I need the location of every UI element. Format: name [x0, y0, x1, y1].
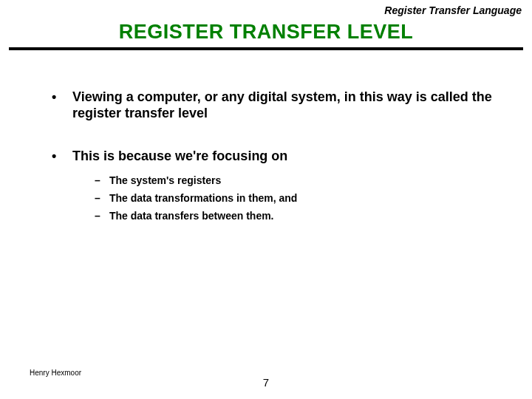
slide-title: REGISTER TRANSFER LEVEL: [0, 21, 532, 44]
bullet-item: • Viewing a computer, or any digital sys…: [52, 89, 502, 121]
sub-bullet-text: The data transfers between them.: [109, 208, 274, 223]
sub-bullet-item: – The data transfers between them.: [95, 208, 502, 223]
slide: Register Transfer Language REGISTER TRAN…: [0, 0, 532, 399]
sub-bullet-item: – The system's registers: [95, 173, 502, 188]
sub-bullet-marker: –: [95, 173, 109, 188]
title-underline: [9, 47, 523, 50]
bullet-marker: •: [52, 89, 72, 121]
slide-body: • Viewing a computer, or any digital sys…: [52, 89, 502, 226]
bullet-item: • This is because we're focusing on: [52, 148, 502, 164]
sub-bullet-item: – The data transformations in them, and: [95, 191, 502, 205]
bullet-marker: •: [52, 148, 72, 164]
sub-bullet-text: The system's registers: [109, 173, 221, 188]
bullet-text: Viewing a computer, or any digital syste…: [72, 89, 502, 121]
sub-bullet-marker: –: [95, 208, 109, 223]
sub-bullet-list: – The system's registers – The data tran…: [95, 173, 502, 223]
course-topic: Register Transfer Language: [384, 4, 522, 16]
sub-bullet-marker: –: [95, 191, 109, 205]
bullet-text: This is because we're focusing on: [72, 148, 287, 164]
sub-bullet-text: The data transformations in them, and: [109, 191, 297, 205]
page-number: 7: [0, 376, 532, 389]
